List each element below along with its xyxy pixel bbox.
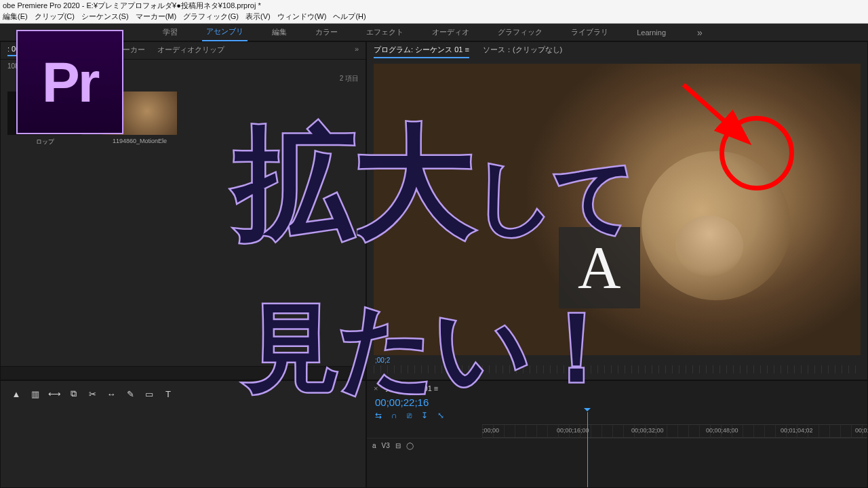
bin-label: 1194860_MotionEle [102, 135, 177, 144]
project-tab-audioclip[interactable]: オーディオクリップ [157, 45, 224, 56]
premiere-logo-icon: Pr [16, 30, 123, 134]
ruler-tick: ;00;00 [482, 427, 499, 434]
workspace-tabs: 学習 アセンブリ 編集 カラー エフェクト オーディオ グラフィック ライブラリ… [0, 24, 868, 41]
workspace-overflow-icon[interactable]: » [690, 27, 709, 38]
video-frame-lion [374, 64, 861, 355]
timeline-track-header-v3[interactable]: a V3 ⊟ ◯ [367, 438, 867, 453]
timeline-wrench-icon[interactable]: ⤡ [437, 411, 444, 420]
ruler-tick: 00;01;20;02 [855, 427, 868, 434]
svg-line-0 [684, 85, 745, 139]
menu-item[interactable]: ウィンドウ(W) [277, 12, 327, 23]
timeline-settings-icon[interactable]: ↧ [421, 411, 428, 420]
menu-item[interactable]: クリップ(C) [35, 12, 75, 23]
snap-icon[interactable]: ⇆ [375, 411, 382, 420]
ws-editing[interactable]: 編集 [268, 24, 291, 41]
track-name: V3 [382, 442, 390, 449]
marker-add-icon[interactable]: ⎚ [407, 411, 412, 420]
program-monitor-viewport[interactable]: A [374, 64, 861, 355]
project-tab-overflow-icon[interactable]: » [355, 45, 359, 56]
slip-tool-icon[interactable]: ⧉ [67, 388, 79, 400]
ruler-tick: 00;00;48;00 [706, 427, 738, 434]
timeline-option-icons: ⇆ ∩ ⎚ ↧ ⤡ [367, 409, 867, 424]
timeline-ruler[interactable]: ;00;00 00;00;16;00 00;00;32;00 00;00;48;… [482, 424, 867, 438]
program-monitor-panel: プログラム: シーケンス 01 ≡ ソース：(クリップなし) A ;00;2 {… [366, 41, 868, 380]
menu-item[interactable]: グラフィック(G) [183, 12, 239, 23]
title-bar: obe Premiere Pro 2020 - E:¥プレミアプロフォルダ¥●投… [0, 0, 868, 12]
source-tab[interactable]: ソース：(クリップなし) [483, 45, 562, 58]
menu-item[interactable]: シーケンス(S) [81, 12, 129, 23]
menu-item[interactable]: ヘルプ(H) [333, 12, 366, 23]
razor-tool-icon[interactable]: ✂ [86, 388, 98, 400]
track-record-icon[interactable]: ◯ [406, 442, 414, 449]
text-overlay-a: A [559, 227, 640, 308]
ws-learning[interactable]: 学習 [159, 24, 182, 41]
selection-tool-icon[interactable]: ▲ [10, 388, 22, 400]
timeline-tab[interactable]: × シーケンス 01 ≡ [367, 381, 867, 396]
ws-color[interactable]: カラー [311, 24, 342, 41]
ruler-tick: 00;00;32;00 [631, 427, 664, 434]
track-toggle-icon[interactable]: a [372, 442, 376, 449]
program-tab-active[interactable]: プログラム: シーケンス 01 ≡ [374, 45, 469, 58]
timeline-panel: × シーケンス 01 ≡ 00;00;22;16 ⇆ ∩ ⎚ ↧ ⤡ ;00;0… [366, 380, 868, 488]
tools-panel: ▲ ▥ ⟷ ⧉ ✂ ↔ ✎ ▭ T [0, 380, 366, 488]
type-tool-icon[interactable]: T [162, 388, 174, 400]
track-output-icon[interactable]: ⊟ [395, 442, 401, 449]
ripple-tool-icon[interactable]: ⟷ [48, 388, 60, 400]
ws-learning-en[interactable]: Learning [633, 25, 670, 40]
annotation-arrow-icon [680, 81, 762, 156]
transport-controls: { } ← ◀| ◀ ▶ |▶ → ✂ 📷 ⎘ [367, 373, 867, 380]
timeline-playhead-icon[interactable] [587, 412, 588, 487]
hand-tool-icon[interactable]: ↔ [105, 388, 117, 400]
rectangle-tool-icon[interactable]: ▭ [143, 388, 155, 400]
menu-item[interactable]: 編集(E) [3, 12, 28, 23]
program-monitor-info: ;00;2 [367, 355, 867, 365]
program-monitor-tabs: プログラム: シーケンス 01 ≡ ソース：(クリップなし) [367, 42, 867, 61]
project-footer [1, 366, 366, 380]
ruler-tick: 00;00;16;00 [557, 427, 589, 434]
menu-item[interactable]: 表示(V) [245, 12, 271, 23]
timeline-tab-label: シーケンス 01 ≡ [384, 384, 439, 392]
timeline-tab-close-icon[interactable]: × [374, 384, 378, 392]
program-timecode: ;00;2 [375, 357, 390, 364]
pen-tool-icon[interactable]: ✎ [124, 388, 136, 400]
bin-label: ロップ [7, 135, 82, 146]
ws-effects[interactable]: エフェクト [362, 24, 408, 41]
menu-bar: 編集(E) クリップ(C) シーケンス(S) マーカー(M) グラフィック(G)… [0, 12, 868, 24]
menu-item[interactable]: マーカー(M) [136, 12, 177, 23]
ws-assembly[interactable]: アセンブリ [202, 23, 248, 41]
ws-graphics[interactable]: グラフィック [494, 24, 547, 41]
timeline-current-timecode[interactable]: 00;00;22;16 [367, 396, 867, 409]
ruler-tick: 00;01;04;02 [781, 427, 813, 434]
program-mini-ruler[interactable] [374, 365, 861, 373]
ws-audio[interactable]: オーディオ [428, 24, 473, 41]
ws-library[interactable]: ライブラリ [567, 24, 612, 41]
track-select-tool-icon[interactable]: ▥ [29, 388, 41, 400]
linked-selection-icon[interactable]: ∩ [391, 411, 397, 420]
